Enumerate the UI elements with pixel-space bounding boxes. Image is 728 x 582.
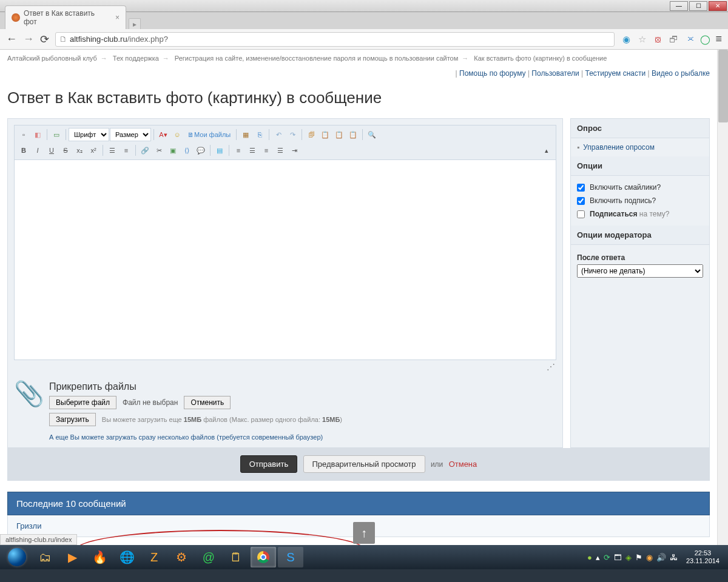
tb-paste-icon[interactable]: 📋 <box>318 128 332 141</box>
tb-align-center-icon[interactable]: ☰ <box>246 144 259 157</box>
browser-tab[interactable]: Ответ в Как вставить фот × <box>5 5 126 29</box>
tb-color-icon[interactable]: A▾ <box>157 128 170 141</box>
breadcrumb-link[interactable]: Как вставить фото (картинку) в сообщение <box>474 55 607 62</box>
tb-strike-icon[interactable]: S <box>59 144 72 157</box>
adblock-icon[interactable]: ⦻ <box>652 34 663 45</box>
menu-button[interactable]: ≡ <box>715 33 722 45</box>
tb-expand-icon[interactable]: ▴ <box>540 144 553 157</box>
forward-button[interactable]: → <box>23 33 34 45</box>
poll-manage-link[interactable]: ▪Управление опросом <box>577 143 703 152</box>
util-link[interactable]: Пользователи <box>531 69 579 78</box>
size-select[interactable]: Размер <box>110 128 151 141</box>
bookmark-icon[interactable]: ☆ <box>636 34 647 45</box>
opt-signature-checkbox[interactable] <box>577 197 585 205</box>
tab-close-icon[interactable]: × <box>115 13 120 22</box>
reload-button[interactable]: ⟳ <box>40 33 49 46</box>
breadcrumb-link[interactable]: Алтайский рыболовный клуб <box>7 55 97 62</box>
taskbar-chrome-icon[interactable] <box>251 547 276 567</box>
taskbar-zona-icon[interactable]: Z <box>141 547 167 567</box>
taskbar-app-icon[interactable]: 🔥 <box>87 547 112 567</box>
resize-handle[interactable]: ⋰ <box>14 362 556 372</box>
taskbar-notes-icon[interactable]: 🗒 <box>223 547 249 567</box>
tray-lang-icon[interactable]: 🗔 <box>614 553 622 562</box>
preview-button[interactable]: Предварительный просмотр <box>303 455 425 473</box>
taskbar-avast-icon[interactable]: ⚙ <box>169 547 194 567</box>
tray-up-icon[interactable]: ▴ <box>596 553 600 562</box>
tray-app-icon[interactable]: ◉ <box>646 553 653 562</box>
tb-undo-icon[interactable]: ↶ <box>272 128 285 141</box>
scrollbar[interactable] <box>717 50 728 545</box>
tb-eraser-icon[interactable]: ◧ <box>31 128 44 141</box>
tray-volume-icon[interactable]: 🔊 <box>656 553 666 562</box>
util-link[interactable]: Помощь по форуму <box>459 69 526 78</box>
tb-superscript-icon[interactable]: x² <box>87 144 100 157</box>
tb-redo-icon[interactable]: ↷ <box>286 128 299 141</box>
tb-indent-icon[interactable]: ⇥ <box>288 144 301 157</box>
tray-nvidia-icon[interactable]: ◈ <box>625 553 632 562</box>
taskbar-explorer-icon[interactable]: 🗂 <box>32 547 58 567</box>
opt-smilies-checkbox[interactable] <box>577 184 585 192</box>
post-author-link[interactable]: Гризли <box>16 521 41 530</box>
tb-search-icon[interactable]: 🔍 <box>365 128 379 141</box>
tray-flag-icon[interactable]: ⚑ <box>635 553 642 562</box>
after-reply-select[interactable]: (Ничего не делать) <box>577 264 703 278</box>
tb-image-icon[interactable]: ▦ <box>239 128 252 141</box>
tray-sync-icon[interactable]: ⟳ <box>604 553 610 562</box>
tb-paste2-icon[interactable]: 📋 <box>332 128 346 141</box>
tb-align-right-icon[interactable]: ≡ <box>260 144 273 157</box>
tb-quote-icon[interactable]: 💬 <box>194 144 207 157</box>
tb-img-icon[interactable]: ▣ <box>166 144 180 157</box>
tb-twitter-icon[interactable]: ▤ <box>213 144 226 157</box>
tb-paste3-icon[interactable]: 📋 <box>346 128 360 141</box>
tb-bold-icon[interactable]: B <box>17 144 30 157</box>
cancel-link[interactable]: Отмена <box>449 460 477 469</box>
tray-icon[interactable]: ● <box>587 553 592 562</box>
tb-code-icon[interactable]: ⟨⟩ <box>180 144 194 157</box>
tb-remove-format-icon[interactable]: ▫ <box>17 128 30 141</box>
tb-subscript-icon[interactable]: x₂ <box>73 144 86 157</box>
tb-smiley-icon[interactable]: ☺ <box>170 128 184 141</box>
opt-subscribe-checkbox[interactable] <box>577 210 585 218</box>
font-select[interactable]: Шрифт <box>69 128 109 141</box>
submit-button[interactable]: Отправить <box>240 455 297 473</box>
tb-myfiles-icon[interactable]: 🗎 Мои файлы <box>184 128 234 141</box>
window-close[interactable]: ✕ <box>709 1 727 11</box>
tray-network-icon[interactable]: 🖧 <box>670 553 678 562</box>
util-link[interactable]: Видео о рыбалке <box>652 69 710 78</box>
tb-toggle-icon[interactable]: ▭ <box>50 128 63 141</box>
tb-copy-icon[interactable]: 🗐 <box>305 128 318 141</box>
tb-underline-icon[interactable]: U <box>45 144 58 157</box>
message-textarea[interactable] <box>14 160 556 360</box>
util-link[interactable]: Тестируем снасти <box>585 69 645 78</box>
taskbar-clock[interactable]: 22:53 23.11.2014 <box>681 549 724 565</box>
tb-ol-icon[interactable]: ≡ <box>120 144 133 157</box>
breadcrumb-link[interactable]: Регистрация на сайте, изменение/восстано… <box>175 55 458 62</box>
tb-align-left-icon[interactable]: ≡ <box>232 144 245 157</box>
extension-icon-2[interactable]: 🗗 <box>668 34 679 45</box>
tb-italic-icon[interactable]: I <box>31 144 44 157</box>
tb-unlink-icon[interactable]: ✂ <box>152 144 166 157</box>
translate-icon[interactable]: ⪤ <box>684 34 695 45</box>
cancel-file-button[interactable]: Отменить <box>184 396 231 409</box>
upload-button[interactable]: Загрузить <box>49 413 96 426</box>
extension-icon-3[interactable]: ◯ <box>699 34 710 45</box>
taskbar-media-icon[interactable]: ▶ <box>59 547 85 567</box>
taskbar-earth-icon[interactable]: 🌐 <box>114 547 140 567</box>
tb-align-justify-icon[interactable]: ☰ <box>274 144 287 157</box>
scroll-top-button[interactable]: ↑ <box>353 522 375 544</box>
start-button[interactable] <box>4 547 30 567</box>
window-minimize[interactable]: — <box>670 1 688 11</box>
taskbar-mail-icon[interactable]: @ <box>196 547 221 567</box>
tb-link2-icon[interactable]: ⎘ <box>253 128 266 141</box>
url-input[interactable]: 🗋 altfishing-club.ru/index.php? <box>55 32 615 47</box>
extension-icon[interactable]: ◉ <box>621 34 632 45</box>
back-button[interactable]: ← <box>6 33 17 45</box>
tb-link-icon[interactable]: 🔗 <box>138 144 152 157</box>
taskbar-skype-icon[interactable]: S <box>278 547 303 567</box>
multi-upload-link[interactable]: А еще Вы можете загружать сразу нескольк… <box>49 433 323 441</box>
tb-ul-icon[interactable]: ☰ <box>106 144 119 157</box>
choose-file-button[interactable]: Выберите файл <box>49 396 116 409</box>
window-maximize[interactable]: ☐ <box>689 1 707 11</box>
scrollbar-thumb[interactable] <box>718 50 728 122</box>
breadcrumb-link[interactable]: Тех поддержка <box>113 55 159 62</box>
